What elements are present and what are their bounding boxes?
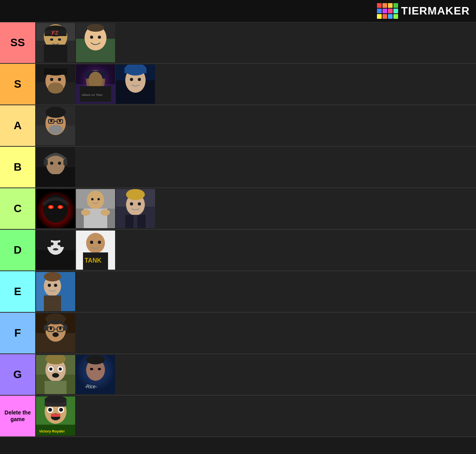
tier-label-e: E xyxy=(0,271,35,312)
list-item[interactable]: FZ xyxy=(36,23,75,62)
svg-point-45 xyxy=(49,125,63,134)
logo-cell-10 xyxy=(382,14,387,19)
tier-item-img-ss1: FZ xyxy=(36,23,75,62)
tier-row-s: S xyxy=(0,64,476,105)
svg-point-9 xyxy=(58,38,61,41)
tier-label-g: G xyxy=(0,354,35,395)
tier-label-s: S xyxy=(0,64,35,104)
list-item[interactable] xyxy=(116,65,155,104)
svg-text:TANK: TANK xyxy=(85,257,102,264)
tier-label-b: B xyxy=(0,147,35,187)
logo-cell-3 xyxy=(388,3,393,8)
svg-point-127 xyxy=(90,368,93,370)
tier-items-a xyxy=(35,105,476,146)
svg-rect-139 xyxy=(51,414,60,417)
list-item[interactable] xyxy=(36,272,75,311)
tier-row-c: C xyxy=(0,188,476,230)
svg-point-8 xyxy=(50,38,53,41)
tier-item-img-s2: Attack on Titan xyxy=(76,65,115,104)
svg-point-99 xyxy=(48,284,51,287)
svg-point-130 xyxy=(86,355,105,364)
svg-point-128 xyxy=(98,368,101,370)
svg-text:Attack on Titan: Attack on Titan xyxy=(82,93,103,97)
list-item[interactable]: Victory Royale! xyxy=(36,396,75,436)
list-item[interactable]: TANK xyxy=(76,231,115,270)
tier-label-d: D xyxy=(0,230,35,270)
tier-label-c: C xyxy=(0,188,35,229)
svg-point-20 xyxy=(50,78,53,81)
tier-row-delete: Delete the game xyxy=(0,396,476,437)
tier-container: SS FZ xyxy=(0,22,476,437)
svg-point-120 xyxy=(59,368,62,371)
svg-point-13 xyxy=(90,36,93,39)
svg-point-86 xyxy=(50,242,54,245)
svg-rect-79 xyxy=(133,215,137,228)
svg-rect-123 xyxy=(45,381,67,394)
list-item[interactable] xyxy=(36,355,75,394)
logo-cell-7 xyxy=(388,9,393,13)
svg-point-54 xyxy=(50,162,53,165)
svg-point-47 xyxy=(59,120,61,122)
svg-point-137 xyxy=(59,408,63,412)
page-wrapper: TiERMAKER SS xyxy=(0,0,476,437)
svg-rect-113 xyxy=(63,325,67,331)
logo-cell-8 xyxy=(393,9,398,13)
svg-text:FZ: FZ xyxy=(52,30,59,36)
svg-rect-53 xyxy=(63,159,67,166)
svg-point-14 xyxy=(98,36,101,39)
tier-row-a: A xyxy=(0,105,476,147)
logo-cell-12 xyxy=(393,14,398,19)
svg-point-76 xyxy=(130,202,133,205)
tier-item-img-e1 xyxy=(36,272,75,311)
svg-point-110 xyxy=(52,332,59,337)
tier-items-f xyxy=(35,313,476,353)
list-item[interactable] xyxy=(36,313,75,353)
tier-row-d: D xyxy=(0,230,476,271)
svg-text:-Rice-: -Rice- xyxy=(85,384,97,389)
logo-cell-2 xyxy=(382,3,387,8)
tier-label-f: F xyxy=(0,313,35,353)
tier-item-img-c3 xyxy=(116,189,155,228)
tier-items-b xyxy=(35,147,476,187)
svg-point-46 xyxy=(50,120,52,122)
list-item[interactable] xyxy=(36,231,75,270)
svg-text:Victory Royale!: Victory Royale! xyxy=(39,429,65,433)
svg-point-69 xyxy=(101,209,110,216)
list-item[interactable] xyxy=(36,65,75,104)
tier-item-img-s1 xyxy=(36,65,75,104)
svg-point-88 xyxy=(53,248,58,250)
svg-rect-36 xyxy=(124,68,146,73)
list-item[interactable] xyxy=(36,106,75,145)
svg-rect-101 xyxy=(44,295,61,311)
tier-item-img-d1 xyxy=(36,231,75,270)
tier-items-d: TANK xyxy=(35,230,476,270)
tier-items-ss: FZ xyxy=(35,22,476,63)
svg-point-68 xyxy=(81,209,90,216)
svg-rect-23 xyxy=(44,68,67,75)
tier-item-img-g1 xyxy=(36,355,75,394)
tier-row-b: B xyxy=(0,147,476,188)
svg-point-71 xyxy=(97,198,100,200)
list-item[interactable]: -Rice- xyxy=(76,355,115,394)
svg-point-87 xyxy=(58,242,61,245)
list-item[interactable] xyxy=(76,189,115,228)
list-item[interactable] xyxy=(36,189,75,228)
list-item[interactable] xyxy=(36,148,75,187)
tier-item-img-g2: -Rice- xyxy=(76,355,115,394)
tier-items-g: -Rice- xyxy=(35,354,476,395)
svg-point-63 xyxy=(59,206,62,208)
tier-item-img-f1 xyxy=(36,313,75,353)
header: TiERMAKER xyxy=(0,0,476,22)
svg-rect-112 xyxy=(44,325,48,331)
logo-cell-11 xyxy=(388,14,393,19)
tier-items-c xyxy=(35,188,476,229)
tier-item-img-ss2 xyxy=(76,23,115,62)
svg-rect-85 xyxy=(60,235,65,247)
logo-grid-icon xyxy=(377,3,398,19)
list-item[interactable] xyxy=(116,189,155,228)
tier-item-img-s3 xyxy=(116,65,155,104)
list-item[interactable]: Attack on Titan xyxy=(76,65,115,104)
logo-cell-6 xyxy=(382,9,387,13)
list-item[interactable] xyxy=(76,23,115,62)
tier-row-ss: SS FZ xyxy=(0,22,476,64)
